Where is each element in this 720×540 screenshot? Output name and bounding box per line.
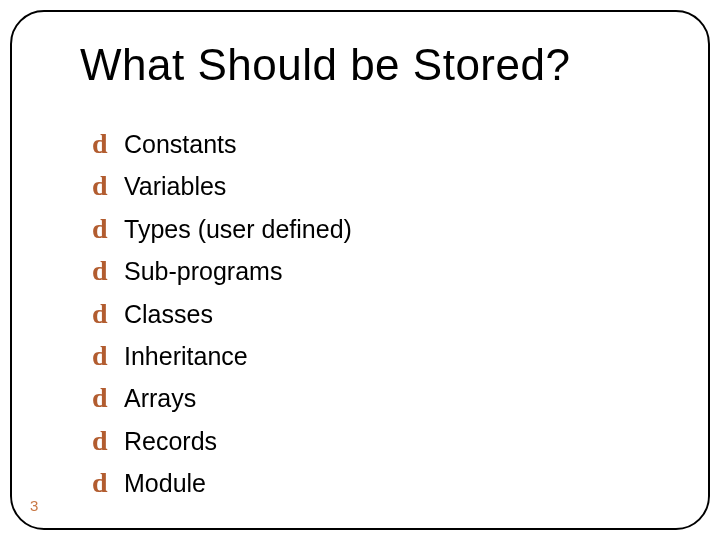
bullet-icon: d: [92, 423, 120, 459]
list-item: d Module: [92, 465, 660, 501]
list-item-label: Records: [124, 425, 217, 458]
bullet-icon: d: [92, 380, 120, 416]
list-item-label: Arrays: [124, 382, 196, 415]
page-number: 3: [30, 497, 38, 514]
bullet-list: d Constants d Variables d Types (user de…: [92, 126, 660, 508]
bullet-icon: d: [92, 465, 120, 501]
list-item: d Variables: [92, 168, 660, 204]
list-item: d Sub-programs: [92, 253, 660, 289]
list-item-label: Types (user defined): [124, 213, 352, 246]
list-item: d Arrays: [92, 380, 660, 416]
slide: What Should be Stored? d Constants d Var…: [0, 0, 720, 540]
slide-title: What Should be Stored?: [80, 40, 680, 90]
bullet-icon: d: [92, 126, 120, 162]
list-item-label: Inheritance: [124, 340, 248, 373]
bullet-icon: d: [92, 253, 120, 289]
list-item: d Constants: [92, 126, 660, 162]
list-item-label: Variables: [124, 170, 226, 203]
bullet-icon: d: [92, 168, 120, 204]
list-item-label: Constants: [124, 128, 237, 161]
bullet-icon: d: [92, 338, 120, 374]
list-item-label: Module: [124, 467, 206, 500]
bullet-icon: d: [92, 211, 120, 247]
list-item: d Records: [92, 423, 660, 459]
list-item: d Classes: [92, 296, 660, 332]
list-item-label: Sub-programs: [124, 255, 282, 288]
list-item: d Inheritance: [92, 338, 660, 374]
bullet-icon: d: [92, 296, 120, 332]
list-item-label: Classes: [124, 298, 213, 331]
list-item: d Types (user defined): [92, 211, 660, 247]
